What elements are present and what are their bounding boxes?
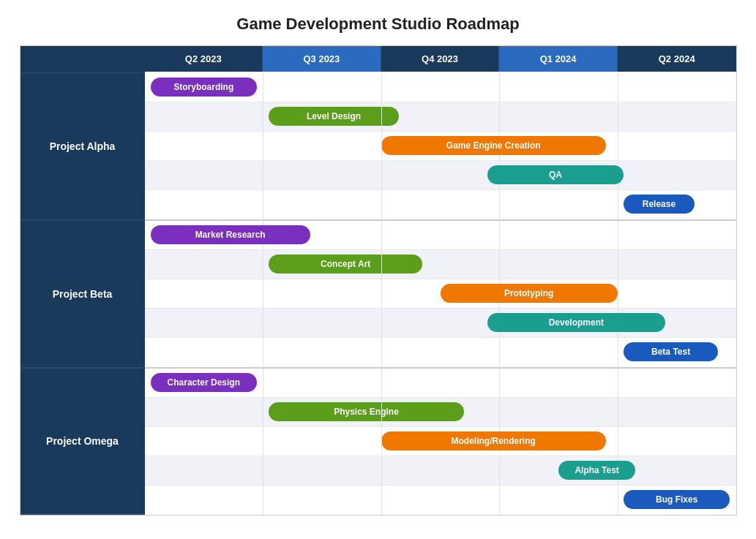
gantt-bar-2-1: Physics Engine <box>269 402 464 421</box>
col-guide-60 <box>499 221 500 249</box>
gantt-bar-0-0: Storyboarding <box>151 78 257 97</box>
page-title: Game Development Studio Roadmap <box>15 15 741 34</box>
quarter-header-1: Q3 2023 <box>263 46 381 72</box>
quarter-header-0: Q2 2023 <box>145 46 263 72</box>
quarter-header-4: Q2 2024 <box>618 46 736 72</box>
project-label-1: Project Beta <box>20 221 145 369</box>
chart-grid: Q2 2023Q3 2023Q4 2023Q1 2024Q2 2024 <box>20 46 736 73</box>
col-guide-60 <box>499 190 500 219</box>
col-guide-80 <box>618 427 618 456</box>
gantt-bar-0-1: Level Design <box>269 107 399 126</box>
gantt-bar-2-2: Modeling/Rendering <box>381 431 606 451</box>
chart-wrapper: Q2 2023Q3 2023Q4 2023Q1 2024Q2 2024 Proj… <box>20 45 737 516</box>
task-row-0-4: Release <box>145 190 736 219</box>
gantt-bar-1-4: Beta Test <box>624 342 718 361</box>
col-guide-60 <box>499 398 500 426</box>
projects-container: Project AlphaStoryboardingLevel DesignGa… <box>20 73 736 515</box>
header-quarters: Q2 2023Q3 2023Q4 2023Q1 2024Q2 2024 <box>145 46 736 73</box>
col-guide-80 <box>618 398 618 426</box>
gantt-bar-1-3: Development <box>487 313 665 332</box>
task-row-1-1: Concept Art <box>145 250 736 279</box>
col-guide-60 <box>499 369 500 397</box>
quarter-header-3: Q1 2024 <box>499 46 618 72</box>
task-row-2-2: Modeling/Rendering <box>145 427 736 456</box>
col-guide-80 <box>618 486 618 515</box>
col-guide-60 <box>499 456 500 485</box>
task-row-0-2: Game Engine Creation <box>145 132 736 161</box>
task-row-2-4: Bug Fixes <box>145 486 736 515</box>
col-guide-80 <box>618 250 618 279</box>
task-row-1-0: Market Research <box>145 221 736 250</box>
col-guide-80 <box>618 190 618 219</box>
task-row-2-1: Physics Engine <box>145 398 736 427</box>
gantt-bar-0-4: Release <box>624 195 695 214</box>
project-rows-0: StoryboardingLevel DesignGame Engine Cre… <box>145 73 736 221</box>
col-guide-60 <box>499 73 500 102</box>
col-guide-60 <box>499 338 500 367</box>
gantt-bar-2-3: Alpha Test <box>558 461 635 480</box>
quarter-header-2: Q4 2023 <box>381 46 500 72</box>
gantt-bar-0-2: Game Engine Creation <box>381 136 606 155</box>
project-label-2: Project Omega <box>20 369 145 515</box>
task-row-1-4: Beta Test <box>145 338 736 367</box>
gantt-bar-1-2: Prototyping <box>441 284 618 303</box>
task-row-2-3: Alpha Test <box>145 456 736 486</box>
project-rows-2: Character DesignPhysics EngineModeling/R… <box>145 369 736 515</box>
gantt-bar-0-3: QA <box>487 165 624 184</box>
task-row-0-0: Storyboarding <box>145 73 736 102</box>
col-guide-60 <box>499 250 500 279</box>
col-guide-80 <box>618 132 618 160</box>
gantt-bar-2-4: Bug Fixes <box>624 490 730 509</box>
project-rows-1: Market ResearchConcept ArtPrototypingDev… <box>145 221 736 369</box>
task-row-0-3: QA <box>145 161 736 190</box>
gantt-bar-1-1: Concept Art <box>269 255 422 274</box>
task-row-1-2: Prototyping <box>145 279 736 309</box>
gantt-bar-1-0: Market Research <box>151 225 310 244</box>
gantt-bar-2-0: Character Design <box>151 373 257 392</box>
col-guide-80 <box>618 102 618 131</box>
task-row-1-3: Development <box>145 309 736 338</box>
col-guide-60 <box>499 102 500 131</box>
col-guide-80 <box>618 279 618 308</box>
task-row-2-0: Character Design <box>145 369 736 398</box>
task-row-0-1: Level Design <box>145 102 736 132</box>
col-guide-80 <box>618 73 618 102</box>
col-guide-80 <box>618 221 618 249</box>
col-guide-60 <box>499 486 500 515</box>
col-guide-80 <box>618 338 618 367</box>
col-guide-80 <box>618 369 618 397</box>
project-label-0: Project Alpha <box>20 73 145 221</box>
header-label-spacer <box>20 46 145 73</box>
